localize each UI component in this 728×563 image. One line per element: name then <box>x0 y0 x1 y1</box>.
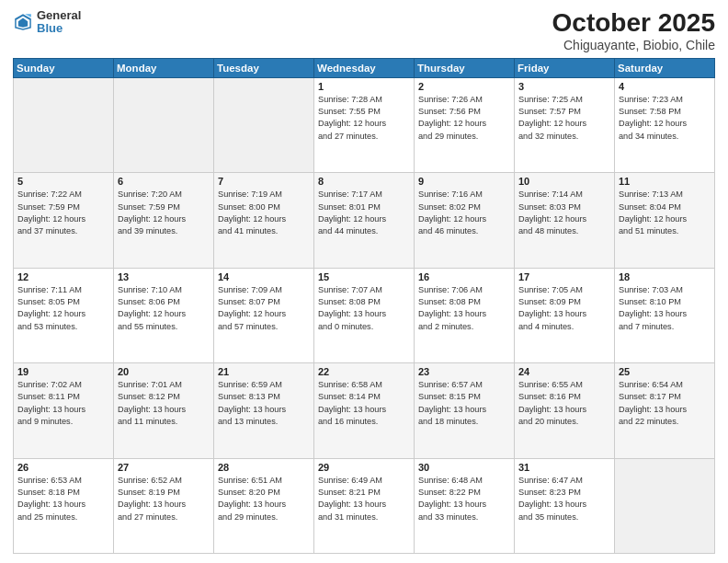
logo-line2: Blue <box>37 22 81 35</box>
day-info: Sunrise: 7:13 AM Sunset: 8:04 PM Dayligh… <box>619 189 711 237</box>
logo: General Blue <box>13 9 81 36</box>
day-header-saturday: Saturday <box>615 58 715 77</box>
day-number: 23 <box>418 366 510 377</box>
day-number: 22 <box>318 366 410 377</box>
day-number: 9 <box>418 176 510 187</box>
day-info: Sunrise: 7:23 AM Sunset: 7:58 PM Dayligh… <box>619 94 711 143</box>
day-cell: 15Sunrise: 7:07 AM Sunset: 8:08 PM Dayli… <box>314 268 415 362</box>
day-info: Sunrise: 7:10 AM Sunset: 8:06 PM Dayligh… <box>118 284 210 333</box>
day-number: 5 <box>17 176 109 187</box>
day-info: Sunrise: 7:16 AM Sunset: 8:02 PM Dayligh… <box>418 189 510 237</box>
day-info: Sunrise: 7:05 AM Sunset: 8:09 PM Dayligh… <box>518 284 610 333</box>
logo-icon <box>13 12 33 32</box>
day-info: Sunrise: 6:57 AM Sunset: 8:15 PM Dayligh… <box>418 379 510 428</box>
day-cell: 1Sunrise: 7:28 AM Sunset: 7:55 PM Daylig… <box>314 77 415 172</box>
day-number: 15 <box>318 271 410 282</box>
day-cell: 21Sunrise: 6:59 AM Sunset: 8:13 PM Dayli… <box>214 363 314 458</box>
day-cell: 18Sunrise: 7:03 AM Sunset: 8:10 PM Dayli… <box>615 268 715 362</box>
day-cell <box>214 77 314 172</box>
day-info: Sunrise: 7:01 AM Sunset: 8:12 PM Dayligh… <box>118 379 210 428</box>
day-number: 4 <box>619 81 711 92</box>
day-cell <box>615 458 715 553</box>
day-info: Sunrise: 7:19 AM Sunset: 8:00 PM Dayligh… <box>218 189 310 237</box>
day-cell: 2Sunrise: 7:26 AM Sunset: 7:56 PM Daylig… <box>415 77 515 172</box>
day-cell: 9Sunrise: 7:16 AM Sunset: 8:02 PM Daylig… <box>415 173 515 268</box>
day-info: Sunrise: 6:55 AM Sunset: 8:16 PM Dayligh… <box>518 379 610 428</box>
day-number: 30 <box>418 462 510 473</box>
day-info: Sunrise: 7:03 AM Sunset: 8:10 PM Dayligh… <box>619 284 711 333</box>
day-number: 11 <box>619 176 711 187</box>
day-number: 12 <box>17 271 109 282</box>
day-number: 27 <box>118 462 210 473</box>
day-info: Sunrise: 7:06 AM Sunset: 8:08 PM Dayligh… <box>418 284 510 333</box>
day-info: Sunrise: 6:49 AM Sunset: 8:21 PM Dayligh… <box>318 475 410 523</box>
day-number: 2 <box>418 81 510 92</box>
day-number: 31 <box>518 462 610 473</box>
day-number: 7 <box>218 176 310 187</box>
day-info: Sunrise: 6:51 AM Sunset: 8:20 PM Dayligh… <box>218 475 310 523</box>
day-number: 21 <box>218 366 310 377</box>
day-info: Sunrise: 7:07 AM Sunset: 8:08 PM Dayligh… <box>318 284 410 333</box>
day-cell: 19Sunrise: 7:02 AM Sunset: 8:11 PM Dayli… <box>14 363 114 458</box>
day-cell: 29Sunrise: 6:49 AM Sunset: 8:21 PM Dayli… <box>314 458 415 553</box>
logo-line1: General <box>37 9 81 22</box>
day-header-wednesday: Wednesday <box>314 58 415 77</box>
day-info: Sunrise: 7:17 AM Sunset: 8:01 PM Dayligh… <box>318 189 410 237</box>
day-number: 24 <box>518 366 610 377</box>
day-info: Sunrise: 6:47 AM Sunset: 8:23 PM Dayligh… <box>518 475 610 523</box>
day-cell: 14Sunrise: 7:09 AM Sunset: 8:07 PM Dayli… <box>214 268 314 362</box>
day-header-thursday: Thursday <box>415 58 515 77</box>
day-info: Sunrise: 6:52 AM Sunset: 8:19 PM Dayligh… <box>118 475 210 523</box>
day-number: 18 <box>619 271 711 282</box>
day-cell: 13Sunrise: 7:10 AM Sunset: 8:06 PM Dayli… <box>114 268 214 362</box>
day-info: Sunrise: 7:25 AM Sunset: 7:57 PM Dayligh… <box>518 94 610 143</box>
day-header-tuesday: Tuesday <box>214 58 314 77</box>
day-cell: 27Sunrise: 6:52 AM Sunset: 8:19 PM Dayli… <box>114 458 214 553</box>
day-cell: 28Sunrise: 6:51 AM Sunset: 8:20 PM Dayli… <box>214 458 314 553</box>
day-number: 6 <box>118 176 210 187</box>
day-number: 19 <box>17 366 109 377</box>
day-cell: 31Sunrise: 6:47 AM Sunset: 8:23 PM Dayli… <box>515 458 615 553</box>
day-info: Sunrise: 6:59 AM Sunset: 8:13 PM Dayligh… <box>218 379 310 428</box>
day-cell <box>114 77 214 172</box>
day-number: 1 <box>318 81 410 92</box>
day-cell: 3Sunrise: 7:25 AM Sunset: 7:57 PM Daylig… <box>515 77 615 172</box>
week-row-4: 19Sunrise: 7:02 AM Sunset: 8:11 PM Dayli… <box>14 363 715 458</box>
day-cell: 8Sunrise: 7:17 AM Sunset: 8:01 PM Daylig… <box>314 173 415 268</box>
day-number: 13 <box>118 271 210 282</box>
day-info: Sunrise: 7:20 AM Sunset: 7:59 PM Dayligh… <box>118 189 210 237</box>
day-number: 16 <box>418 271 510 282</box>
day-number: 10 <box>518 176 610 187</box>
day-info: Sunrise: 6:48 AM Sunset: 8:22 PM Dayligh… <box>418 475 510 523</box>
day-info: Sunrise: 6:54 AM Sunset: 8:17 PM Dayligh… <box>619 379 711 428</box>
day-cell: 10Sunrise: 7:14 AM Sunset: 8:03 PM Dayli… <box>515 173 615 268</box>
day-number: 26 <box>17 462 109 473</box>
day-header-monday: Monday <box>114 58 214 77</box>
week-row-5: 26Sunrise: 6:53 AM Sunset: 8:18 PM Dayli… <box>14 458 715 553</box>
title-block: October 2025 Chiguayante, Biobio, Chile <box>552 9 715 52</box>
day-info: Sunrise: 7:28 AM Sunset: 7:55 PM Dayligh… <box>318 94 410 143</box>
day-cell: 25Sunrise: 6:54 AM Sunset: 8:17 PM Dayli… <box>615 363 715 458</box>
day-cell: 22Sunrise: 6:58 AM Sunset: 8:14 PM Dayli… <box>314 363 415 458</box>
day-cell: 30Sunrise: 6:48 AM Sunset: 8:22 PM Dayli… <box>415 458 515 553</box>
logo-text: General Blue <box>37 9 81 36</box>
week-row-2: 5Sunrise: 7:22 AM Sunset: 7:59 PM Daylig… <box>14 173 715 268</box>
day-info: Sunrise: 7:09 AM Sunset: 8:07 PM Dayligh… <box>218 284 310 333</box>
day-header-friday: Friday <box>515 58 615 77</box>
day-number: 20 <box>118 366 210 377</box>
header: General Blue October 2025 Chiguayante, B… <box>13 9 715 52</box>
day-number: 25 <box>619 366 711 377</box>
day-number: 3 <box>518 81 610 92</box>
calendar-table: SundayMondayTuesdayWednesdayThursdayFrid… <box>13 58 715 554</box>
day-number: 29 <box>318 462 410 473</box>
day-info: Sunrise: 6:58 AM Sunset: 8:14 PM Dayligh… <box>318 379 410 428</box>
day-cell: 11Sunrise: 7:13 AM Sunset: 8:04 PM Dayli… <box>615 173 715 268</box>
day-cell: 5Sunrise: 7:22 AM Sunset: 7:59 PM Daylig… <box>14 173 114 268</box>
day-number: 14 <box>218 271 310 282</box>
week-row-3: 12Sunrise: 7:11 AM Sunset: 8:05 PM Dayli… <box>14 268 715 362</box>
day-cell: 17Sunrise: 7:05 AM Sunset: 8:09 PM Dayli… <box>515 268 615 362</box>
day-info: Sunrise: 7:14 AM Sunset: 8:03 PM Dayligh… <box>518 189 610 237</box>
day-cell: 6Sunrise: 7:20 AM Sunset: 7:59 PM Daylig… <box>114 173 214 268</box>
day-number: 8 <box>318 176 410 187</box>
day-info: Sunrise: 7:26 AM Sunset: 7:56 PM Dayligh… <box>418 94 510 143</box>
